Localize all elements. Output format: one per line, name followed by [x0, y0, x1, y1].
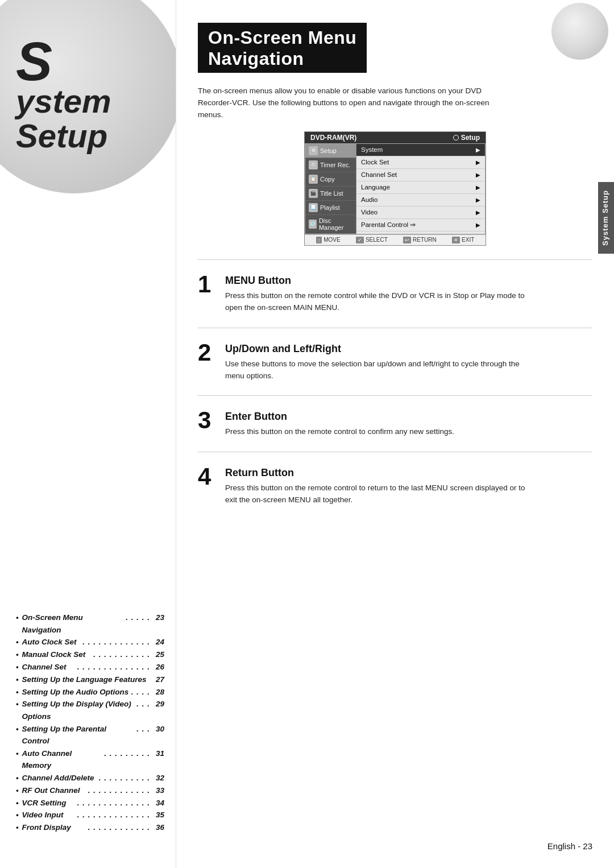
step-divider [198, 328, 592, 328]
toc-item: Auto Clock Set . . . . . . . . . . . . .… [16, 636, 164, 648]
menu-top-bar: DVD-RAM(VR) Setup [305, 132, 486, 143]
menu-arrow-icon: ▶ [476, 209, 480, 216]
toc-page: 36 [152, 821, 164, 834]
toc-item: Setting Up the Display (Video) Options .… [16, 698, 164, 722]
menu-item-label: Disc Manager [319, 217, 352, 231]
intro-text: The on-screen menus allow you to enable … [198, 85, 516, 121]
menu-btn-label: SELECT [366, 237, 388, 243]
menu-item-label: Title List [320, 190, 343, 197]
right-panel: On-Screen Menu Navigation The on-screen … [176, 0, 614, 868]
menu-left-item: 📋Copy [305, 172, 356, 187]
toc-item: RF Out Channel . . . . . . . . . . . .33 [16, 784, 164, 797]
menu-bottom-button: ✕EXIT [452, 237, 474, 243]
menu-item-icon: ⏱ [309, 160, 318, 170]
header-title-line1: On-Screen Menu [208, 27, 356, 48]
header-title-line2: Navigation [208, 48, 356, 69]
menu-arrow-icon: ▶ [476, 172, 480, 178]
step-description: Press this button on the remote control … [225, 482, 532, 506]
menu-right-item: Channel Set▶ [356, 169, 485, 181]
toc-dots: . . . . . . . . . . . . [88, 821, 150, 834]
toc-page: 28 [152, 686, 164, 698]
step-title: Up/Down and Left/Right [225, 343, 592, 355]
toc-dots: . . . . . . . . . . . . . . [77, 797, 150, 809]
menu-screenshot: DVD-RAM(VR) Setup ⚙Setup⏱Timer Rec.📋Copy… [304, 131, 486, 246]
toc-page: 29 [152, 698, 164, 710]
toc-item: Setting Up the Parental Control . . .30 [16, 723, 164, 747]
menu-right-label: Clock Set [361, 159, 389, 166]
page-header: On-Screen Menu Navigation [198, 23, 592, 75]
toc-label: Video Input [22, 809, 76, 821]
menu-btn-label: EXIT [462, 237, 474, 243]
toc-item: Video Input . . . . . . . . . . . . . .3… [16, 809, 164, 821]
step-number: 4 [198, 465, 216, 489]
title-rest: ystem Setup [16, 84, 164, 154]
menu-btn-label: MOVE [323, 237, 340, 243]
step-title: Return Button [225, 467, 592, 479]
step-content: Up/Down and Left/Right Use these buttons… [225, 343, 592, 382]
table-of-contents: On-Screen Menu Navigation . . . . .23Aut… [0, 611, 176, 834]
menu-right-label: Audio [361, 196, 377, 203]
step-content: Enter Button Press this button on the re… [225, 411, 592, 438]
steps-section: 1 MENU Button Press this button on the r… [198, 259, 592, 512]
toc-dots: . . . [136, 698, 150, 710]
toc-page: 30 [152, 723, 164, 735]
toc-page: 33 [152, 784, 164, 797]
toc-page: 31 [152, 747, 164, 760]
page-footer: English - 23 [547, 841, 592, 851]
toc-item: Front Display . . . . . . . . . . . .36 [16, 821, 164, 834]
toc-label: On-Screen Menu Navigation [22, 611, 125, 636]
toc-item: Channel Set . . . . . . . . . . . . . .2… [16, 661, 164, 673]
toc-dots: . . . . . . . . . . . . . . [77, 809, 150, 821]
menu-item-icon: 🎬 [309, 189, 318, 198]
menu-arrow-icon: ▶ [476, 197, 480, 203]
menu-right-label: Parental Control ⇒ [361, 221, 416, 229]
side-tab: System Setup [598, 182, 614, 254]
menu-right-label: Video [361, 209, 377, 216]
toc-item: Setting Up the Language Features27 [16, 673, 164, 686]
menu-item-label: Copy [320, 176, 335, 183]
toc-label: RF Out Channel [22, 784, 86, 797]
step-content: MENU Button Press this button on the rem… [225, 275, 592, 314]
chapter-title-area: S ystem Setup [0, 0, 176, 165]
menu-left-item: 🎬Title List [305, 187, 356, 201]
step-row-4: 4 Return Button Press this button on the… [198, 460, 592, 512]
menu-right-item: Audio▶ [356, 194, 485, 206]
menu-right-item: Language▶ [356, 181, 485, 194]
menu-right-column: System▶Clock Set▶Channel Set▶Language▶Au… [356, 144, 485, 234]
toc-dots: . . . . . . . . . . [99, 772, 150, 784]
toc-item: Channel Add/Delete . . . . . . . . . .32 [16, 772, 164, 784]
toc-label: Setting Up the Parental Control [22, 723, 135, 747]
menu-right-item: System▶ [356, 144, 485, 156]
toc-dots: . . . . . . . . . [104, 747, 150, 760]
toc-dots: . . . [136, 723, 150, 735]
menu-item-icon: 📋 [309, 175, 318, 184]
step-content: Return Button Press this button on the r… [225, 467, 592, 506]
toc-dots: . . . . . . . . . . . . . [82, 636, 150, 648]
menu-item-icon: ⚙ [309, 146, 318, 155]
menu-item-label: Timer Rec. [320, 162, 350, 168]
toc-page: 25 [152, 648, 164, 661]
footer-text: English - 23 [547, 841, 592, 851]
toc-label: Setting Up the Audio Options [22, 686, 130, 698]
toc-list: On-Screen Menu Navigation . . . . .23Aut… [16, 611, 164, 834]
toc-dots: . . . . . . . . . . . [93, 648, 150, 661]
toc-page: 26 [152, 661, 164, 673]
toc-dots: . . . . . [126, 611, 150, 624]
menu-right-label: System [361, 146, 383, 153]
menu-btn-icon: ✕ [452, 237, 460, 243]
menu-item-label: Playlist [320, 204, 340, 211]
setup-label: Setup [461, 134, 480, 142]
menu-right-label: Channel Set [361, 171, 397, 178]
toc-label: Manual Clock Set [22, 648, 92, 661]
toc-item: Manual Clock Set . . . . . . . . . . .25 [16, 648, 164, 661]
toc-dots: . . . . . . . . . . . . [88, 784, 150, 797]
menu-left-item: ⚙Setup [305, 144, 356, 158]
toc-page: 27 [152, 673, 164, 686]
toc-dots: . . . . [131, 686, 150, 698]
step-divider [198, 395, 592, 396]
menu-arrow-icon: ▶ [476, 147, 480, 153]
menu-left-column: ⚙Setup⏱Timer Rec.📋Copy🎬Title List📃Playli… [305, 144, 356, 234]
toc-label: VCR Setting [22, 797, 76, 809]
menu-body: ⚙Setup⏱Timer Rec.📋Copy🎬Title List📃Playli… [305, 143, 486, 234]
toc-item: Auto Channel Memory . . . . . . . . .31 [16, 747, 164, 772]
